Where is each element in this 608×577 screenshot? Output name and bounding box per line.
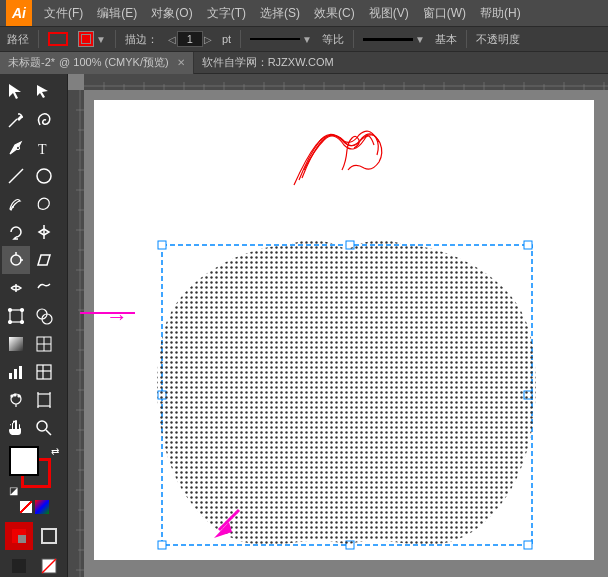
svg-rect-30 <box>19 366 22 379</box>
svg-point-18 <box>8 309 11 312</box>
svg-point-7 <box>16 147 19 150</box>
pencil-eraser-row <box>2 190 66 218</box>
selection-tools-row <box>2 78 66 106</box>
width-warp-row <box>2 274 66 302</box>
reflect-tool[interactable] <box>30 218 58 246</box>
svg-marker-0 <box>9 84 21 99</box>
scale-shear-row <box>2 246 66 274</box>
line-style-selector[interactable]: ▼ <box>247 33 315 46</box>
fill-color-box[interactable] <box>9 446 39 476</box>
separator2 <box>115 30 116 48</box>
svg-rect-54 <box>84 74 608 90</box>
handle-bl[interactable] <box>158 541 166 549</box>
blob-brush-tool[interactable] <box>30 190 58 218</box>
gradient-color-button[interactable] <box>35 500 49 514</box>
svg-point-36 <box>11 395 13 397</box>
slash-square-tool[interactable] <box>35 552 63 577</box>
wand-lasso-row <box>2 106 66 134</box>
gradient-eyedropper-row <box>2 330 66 358</box>
menu-text[interactable]: 文字(T) <box>201 3 252 24</box>
top-ruler <box>84 74 608 90</box>
artboard-tool[interactable] <box>30 386 58 414</box>
rotate-tool[interactable] <box>2 218 30 246</box>
selection-tool[interactable] <box>2 78 30 106</box>
svg-point-10 <box>37 169 51 183</box>
menu-select[interactable]: 选择(S) <box>254 3 306 24</box>
fill-indicator[interactable]: ▼ <box>75 30 109 48</box>
stroke-value-display: ◁ ▷ <box>165 30 215 48</box>
handle-br[interactable] <box>524 541 532 549</box>
free-transform-tool[interactable] <box>2 302 30 330</box>
svg-line-45 <box>46 430 51 435</box>
magic-wand-tool[interactable] <box>2 106 30 134</box>
warp-tool[interactable] <box>30 274 58 302</box>
hand-tool[interactable] <box>2 414 30 442</box>
website-label: 软件自学网：RJZXW.COM <box>194 55 342 70</box>
menu-help[interactable]: 帮助(H) <box>474 3 527 24</box>
svg-rect-39 <box>38 394 50 406</box>
zoom-tool[interactable] <box>30 414 58 442</box>
app-logo: Ai <box>6 0 32 26</box>
menu-file[interactable]: 文件(F) <box>38 3 89 24</box>
svg-point-38 <box>14 394 16 396</box>
line-style2-selector[interactable]: ▼ <box>360 33 428 46</box>
tab-info: @ 100% (CMYK/预览) <box>59 55 169 70</box>
lasso-tool[interactable] <box>30 106 58 134</box>
slice-tool[interactable] <box>30 358 58 386</box>
svg-marker-1 <box>37 85 48 98</box>
direct-selection-tool[interactable] <box>30 78 58 106</box>
hand-zoom-row <box>2 414 66 442</box>
active-tab[interactable]: 未标题-2* @ 100% (CMYK/预览) ✕ <box>0 52 194 74</box>
width-tool[interactable] <box>2 274 30 302</box>
menu-window[interactable]: 窗口(W) <box>417 3 472 24</box>
default-colors-button[interactable]: ◪ <box>9 485 18 496</box>
svg-point-44 <box>37 421 47 431</box>
black-square-tool[interactable] <box>5 552 33 577</box>
ellipse-tool[interactable] <box>30 162 58 190</box>
shape-builder-tool[interactable] <box>30 302 58 330</box>
pencil-tool[interactable] <box>2 190 30 218</box>
fill-red-tool[interactable] <box>5 522 33 550</box>
svg-rect-28 <box>9 373 12 379</box>
menu-view[interactable]: 视图(V) <box>363 3 415 24</box>
stroke-label: 描边： <box>122 31 161 48</box>
tab-name: 未标题-2* <box>8 55 55 70</box>
pen-tool[interactable] <box>2 134 30 162</box>
no-color-button[interactable] <box>19 500 33 514</box>
handle-tr[interactable] <box>524 241 532 249</box>
handle-tl[interactable] <box>158 241 166 249</box>
tab-close-button[interactable]: ✕ <box>177 57 185 68</box>
svg-point-11 <box>12 206 14 208</box>
line-tool[interactable] <box>2 162 30 190</box>
type-tool[interactable]: T <box>30 134 58 162</box>
swap-colors-button[interactable]: ⇄ <box>51 446 59 457</box>
svg-point-19 <box>20 309 23 312</box>
svg-text:T: T <box>38 142 47 157</box>
svg-point-20 <box>8 321 11 324</box>
chart-tool[interactable] <box>2 358 30 386</box>
title-bar: Ai 文件(F) 编辑(E) 对象(O) 文字(T) 选择(S) 效果(C) 视… <box>0 0 608 26</box>
color-mode-row <box>6 500 62 514</box>
stroke-color-indicator[interactable] <box>45 31 71 47</box>
left-ruler <box>68 90 84 577</box>
svg-rect-48 <box>42 529 56 543</box>
svg-rect-17 <box>10 310 22 322</box>
menu-object[interactable]: 对象(O) <box>145 3 198 24</box>
separator3 <box>240 30 241 48</box>
gradient-tool[interactable] <box>2 330 30 358</box>
canvas-area: → <box>68 74 608 577</box>
menu-effect[interactable]: 效果(C) <box>308 3 361 24</box>
color-section: ⇄ ◪ <box>2 442 66 518</box>
shear-tool[interactable] <box>30 246 58 274</box>
basic-label: 基本 <box>432 31 460 48</box>
stroke-width-input[interactable] <box>177 31 203 47</box>
svg-rect-82 <box>68 90 84 577</box>
menu-edit[interactable]: 编辑(E) <box>91 3 143 24</box>
path-label: 路径 <box>4 31 32 48</box>
menu-bar: 文件(F) 编辑(E) 对象(O) 文字(T) 选择(S) 效果(C) 视图(V… <box>38 3 527 24</box>
options-toolbar: 路径 ▼ 描边： ◁ ▷ pt ▼ 等比 ▼ 基本 不透明度 <box>0 26 608 52</box>
mesh-tool[interactable] <box>30 330 58 358</box>
stroke-indicator[interactable] <box>35 522 63 550</box>
symbol-sprayer-tool[interactable] <box>2 386 30 414</box>
scale-tool[interactable] <box>2 246 30 274</box>
